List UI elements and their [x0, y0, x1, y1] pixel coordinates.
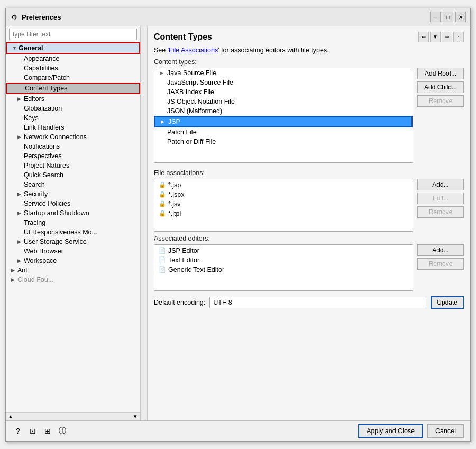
tree-item-ant[interactable]: ▶ Ant [6, 265, 140, 275]
apply-and-close-button[interactable]: Apply and Close [358, 424, 423, 438]
tree-item-ui-responsiveness[interactable]: UI Responsiveness Mo... [6, 227, 140, 237]
ct-patch-file[interactable]: Patch File [154, 127, 413, 137]
ct-remove-button[interactable]: Remove [417, 95, 464, 107]
tree-item-notifications[interactable]: Notifications [6, 142, 140, 151]
dialog-title: Preferences [22, 13, 430, 21]
ct-jsp-label: JSP [168, 118, 180, 125]
import-icon[interactable]: ⊞ [42, 425, 53, 437]
tree-label-content-types: Content Types [25, 85, 67, 92]
close-button[interactable]: ✕ [455, 12, 466, 22]
tree-label-keys: Keys [24, 114, 39, 122]
tree-label-network-connections: Network Connections [24, 133, 87, 141]
tree-label-cloud-foundry: Cloud Fou... [17, 276, 53, 283]
tree-item-link-handlers[interactable]: Link Handlers [6, 123, 140, 132]
tree-item-security[interactable]: ▶ Security [6, 189, 140, 199]
ae-button-column: Add... Remove [417, 244, 464, 291]
tree-scroll-down[interactable]: ▼ [133, 414, 138, 419]
minimize-button[interactable]: ─ [430, 12, 441, 22]
tree-label-perspectives: Perspectives [24, 152, 62, 160]
tree-item-startup-shutdown[interactable]: ▶ Startup and Shutdown [6, 208, 140, 218]
tree-item-globalization[interactable]: Globalization [6, 104, 140, 113]
nav-back-button[interactable]: ⇐ [418, 32, 429, 42]
tree-item-network-connections[interactable]: ▶ Network Connections [6, 132, 140, 142]
file-assoc-section-label: File associations: [154, 169, 464, 177]
ae-item-jsp-editor[interactable]: 📄 JSP Editor [155, 246, 411, 255]
encoding-input[interactable] [209, 297, 426, 308]
nav-dropdown-button[interactable]: ▼ [430, 32, 441, 42]
add-child-button[interactable]: Add Child... [417, 81, 464, 93]
tree-item-web-browser[interactable]: Web Browser [6, 246, 140, 256]
help-icon[interactable]: ? [12, 425, 24, 437]
tree-item-project-natures[interactable]: Project Natures [6, 161, 140, 170]
tree-item-user-storage[interactable]: ▶ User Storage Service [6, 237, 140, 246]
tree-label-appearance: Appearance [24, 55, 59, 62]
fa-edit-button[interactable]: Edit... [417, 193, 464, 204]
tree-label-link-handlers: Link Handlers [24, 124, 64, 131]
tree-scroll-up[interactable]: ▲ [8, 414, 13, 419]
fa-item-jsp[interactable]: 🔒 *.jsp [155, 180, 411, 190]
fa-item-jsv[interactable]: 🔒 *.jsv [155, 199, 411, 209]
ae-item-text-editor[interactable]: 📄 Text Editor [155, 255, 411, 265]
preferences-icon[interactable]: ⊡ [27, 425, 39, 437]
bottom-bar: ? ⊡ ⊞ ⓘ Apply and Close Cancel [6, 420, 470, 441]
content-types-title: Content Types [154, 32, 212, 42]
tree-item-editors[interactable]: ▶ Editors [6, 94, 140, 104]
tree-item-capabilities[interactable]: Capabilities [6, 63, 140, 73]
ct-js-object-notation[interactable]: JS Object Notation File [154, 97, 413, 106]
assoc-editors-label: Associated editors: [154, 235, 464, 242]
file-assoc-section: 🔒 *.jsp 🔒 *.jspx 🔒 *.jsv 🔒 *.jtpl [154, 179, 464, 232]
tree-item-tracing[interactable]: Tracing [6, 218, 140, 227]
fa-add-button[interactable]: Add... [417, 179, 464, 190]
info-icon[interactable]: ⓘ [57, 425, 68, 437]
description-line: See 'File Associations' for associating … [154, 47, 464, 54]
preferences-dialog: ⚙ Preferences ─ □ ✕ ▼ General [5, 8, 471, 442]
fa-remove-button[interactable]: Remove [417, 206, 464, 218]
fa-item-jspx[interactable]: 🔒 *.jspx [155, 190, 411, 199]
tree-label-search: Search [24, 181, 45, 188]
nav-forward-button[interactable]: ⇒ [442, 32, 452, 42]
nav-more-button[interactable]: ⋮ [453, 32, 464, 42]
left-panel: ▼ General Appearance Capabilities Compar… [6, 26, 141, 420]
tree-item-compare-patch[interactable]: Compare/Patch [6, 73, 140, 83]
ct-jaxb-label: JAXB Index File [167, 88, 214, 96]
file-assoc-listbox[interactable]: 🔒 *.jsp 🔒 *.jspx 🔒 *.jsv 🔒 *.jtpl [154, 179, 413, 232]
tree-item-appearance[interactable]: Appearance [6, 54, 140, 63]
tree-label-quick-search: Quick Search [24, 171, 63, 179]
assoc-editors-listbox[interactable]: 📄 JSP Editor 📄 Text Editor 📄 Generic Tex… [154, 244, 413, 291]
panel-resize-handle[interactable] [141, 26, 147, 420]
maximize-button[interactable]: □ [443, 12, 453, 22]
fa-item-jtpl[interactable]: 🔒 *.jtpl [155, 209, 411, 218]
tree-item-keys[interactable]: Keys [6, 113, 140, 123]
ct-patch-diff[interactable]: Patch or Diff File [154, 137, 413, 146]
ae-item-generic-editor[interactable]: 📄 Generic Text Editor [155, 265, 411, 274]
tree-label-capabilities: Capabilities [24, 65, 58, 72]
tree-label-startup-shutdown: Startup and Shutdown [24, 209, 89, 217]
cancel-button[interactable]: Cancel [427, 424, 464, 438]
ae-add-button[interactable]: Add... [417, 244, 464, 256]
tree-label-ui-responsiveness: UI Responsiveness Mo... [24, 228, 97, 236]
add-root-button[interactable]: Add Root... [417, 68, 464, 79]
ae-remove-button[interactable]: Remove [417, 258, 464, 270]
ct-jaxb-index[interactable]: JAXB Index File [154, 87, 413, 97]
tree-item-content-types[interactable]: Content Types [6, 83, 140, 94]
ct-javascript-source[interactable]: JavaScript Source File [154, 78, 413, 87]
ct-json-malformed[interactable]: JSON (Malformed) [154, 106, 413, 116]
ct-java-source[interactable]: ▶ Java Source File [154, 68, 413, 78]
bottom-right-buttons: Apply and Close Cancel [358, 424, 464, 438]
filter-input[interactable] [9, 29, 137, 40]
ct-jsp[interactable]: ▶ JSP [154, 116, 413, 127]
tree-item-search[interactable]: Search [6, 180, 140, 189]
bottom-left-icons: ? ⊡ ⊞ ⓘ [12, 425, 68, 437]
tree-item-workspace[interactable]: ▶ Workspace [6, 256, 140, 265]
file-associations-link[interactable]: 'File Associations' [168, 47, 219, 54]
tree-item-perspectives[interactable]: Perspectives [6, 151, 140, 161]
update-button[interactable]: Update [431, 296, 464, 309]
assoc-editors-section: 📄 JSP Editor 📄 Text Editor 📄 Generic Tex… [154, 244, 464, 291]
tree-item-cloud-foundry[interactable]: ▶ Cloud Fou... [6, 275, 140, 285]
tree-item-general[interactable]: ▼ General [6, 42, 140, 54]
content-types-listbox[interactable]: ▶ Java Source File JavaScript Source Fil… [154, 68, 413, 163]
tree-label-ant: Ant [17, 267, 28, 274]
tree-item-quick-search[interactable]: Quick Search [6, 170, 140, 180]
ct-hscrollbar[interactable] [154, 162, 413, 163]
tree-item-service-policies[interactable]: Service Policies [6, 199, 140, 208]
